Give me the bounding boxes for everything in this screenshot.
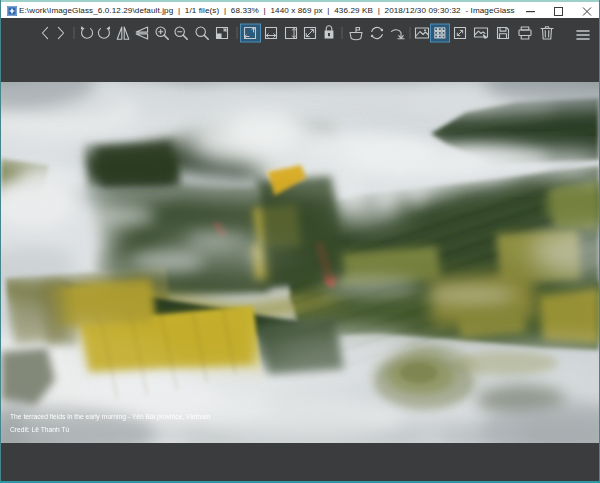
svg-text:Credit: Lê Thanh Tú: Credit: Lê Thanh Tú xyxy=(10,426,70,433)
svg-text:The terraced fields in the ear: The terraced fields in the early morning… xyxy=(10,413,211,421)
